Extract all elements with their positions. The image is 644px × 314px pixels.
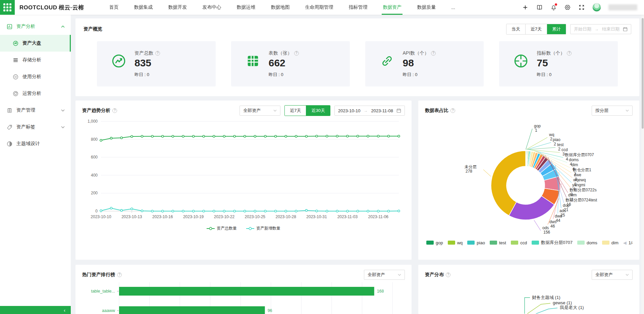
nav-item-4[interactable]: 数据运维	[229, 0, 263, 15]
trend-asset-select[interactable]: 全部资产	[239, 106, 280, 116]
svg-text:2023-10-19: 2023-10-19	[183, 214, 204, 219]
svg-text:2023-10-16: 2023-10-16	[152, 214, 173, 219]
trend-legend-item-0[interactable]: 资产总数量	[207, 226, 237, 231]
donut-legend-item-2[interactable]: piao	[467, 240, 485, 245]
sidebar-item-label: 运营分析	[22, 90, 41, 97]
scrollbar-thumb[interactable]	[642, 18, 644, 129]
donut-help-icon[interactable]: ?	[450, 108, 455, 113]
donut-legend-item-4[interactable]: ccd	[511, 240, 527, 245]
donut-legend-item-3[interactable]: test	[490, 240, 506, 245]
trend-legend-item-1[interactable]: 资产新增数量	[246, 226, 280, 231]
sidebar-group-1[interactable]: 资产管理	[0, 102, 71, 119]
ranking-asset-select[interactable]: 全部资产	[364, 270, 405, 280]
app-grid-icon	[3, 3, 11, 11]
trend-range-tab-1[interactable]: 近30天	[306, 106, 330, 116]
legend-prev-icon[interactable]: ◀	[623, 240, 627, 245]
stat-label: 指标数（个）?	[537, 50, 572, 56]
trend-range-tab-0[interactable]: 近7天	[285, 106, 306, 116]
svg-text:1: 1	[535, 128, 537, 133]
trend-end-date[interactable]: 2023-11-08	[371, 108, 393, 113]
plus-icon[interactable]: +	[522, 4, 529, 11]
svg-text:数据分层0722s: 数据分层0722s	[570, 188, 597, 192]
stat-value: 662	[269, 58, 299, 68]
ranking-help-icon[interactable]: ?	[117, 272, 122, 277]
donut-legend-item-7[interactable]: dim	[602, 240, 619, 245]
svg-text:dop: dop	[563, 203, 570, 208]
trend-date-range[interactable]: 2023-10-10 → 2023-11-08	[334, 106, 405, 116]
sidebar-item-label: 使用分析	[22, 74, 41, 80]
nav-item-2[interactable]: 数据开发	[160, 0, 195, 15]
notification-bell-icon[interactable]	[550, 4, 557, 11]
settings-gear-icon[interactable]	[564, 4, 571, 11]
brand-logo: ROOTCLOUD 根云·云榕	[19, 4, 84, 11]
layer-select[interactable]: 按分层	[592, 106, 633, 116]
fullscreen-icon[interactable]	[578, 4, 585, 11]
donut-legend-item-5[interactable]: 数据库分层0707	[532, 240, 573, 246]
svg-text:2023-10-10: 2023-10-10	[91, 214, 111, 219]
nav-item-3[interactable]: 发布中心	[195, 0, 229, 15]
user-name-redacted[interactable]	[608, 4, 637, 10]
stat-card-1: 表数（张）?662昨日 : 0	[231, 41, 350, 86]
app-launcher-button[interactable]	[0, 0, 15, 15]
svg-text:2023-10-25: 2023-10-25	[245, 214, 266, 219]
donut-legend-item-6[interactable]: doms	[577, 240, 597, 245]
svg-text:600: 600	[91, 155, 98, 160]
stat-help-icon[interactable]: ?	[431, 51, 436, 56]
stat-help-icon[interactable]: ?	[567, 51, 572, 56]
sidebar-collapse-button[interactable]: ‹	[0, 306, 71, 314]
sidebar-group-2[interactable]: 资产标签	[0, 119, 71, 135]
sidebar-group-label: 主题域设计	[16, 141, 40, 147]
trend-help-icon[interactable]: ?	[112, 108, 117, 113]
nav-item-1[interactable]: 数据集成	[126, 0, 160, 15]
sidebar-item-0-2[interactable]: 使用分析	[0, 68, 71, 85]
donut-legend-item-1[interactable]: wq	[448, 240, 463, 245]
docs-book-icon[interactable]	[536, 4, 543, 11]
overview-range-tab-1[interactable]: 近7天	[525, 24, 547, 34]
asset-overview-card: 资产概览 当天近7天累计 开始日期 → 结束日期 资产总数?835昨日 : 0表…	[75, 18, 639, 96]
stat-label: 表数（张）?	[269, 50, 299, 56]
sidebar-item-0-3[interactable]: 运营分析	[0, 85, 71, 102]
svg-text:wqewq: wqewq	[573, 178, 586, 182]
distribution-asset-select[interactable]: 全部资产	[592, 270, 633, 280]
stat-help-icon[interactable]: ?	[155, 51, 160, 56]
sidebar-group-label: 资产标签	[16, 124, 35, 130]
overview-range-tab-0[interactable]: 当天	[506, 24, 525, 34]
date-arrow: →	[595, 27, 599, 32]
nav-item-0[interactable]: 首页	[101, 0, 126, 15]
nav-item-9[interactable]: 数据质量	[409, 0, 443, 15]
sidebar-group-3[interactable]: 主题域设计	[0, 135, 71, 152]
svg-text:dim: dim	[572, 163, 578, 167]
svg-text:wq: wq	[549, 132, 554, 137]
trend-start-date[interactable]: 2023-10-10	[338, 108, 361, 113]
chevron-up-icon	[61, 25, 65, 28]
distribution-tree-chart: 财务主题域 (1)gewse (1)我是老大 (1)	[425, 280, 633, 314]
user-avatar[interactable]	[592, 3, 601, 12]
total-assets-icon	[112, 54, 126, 68]
overview-range-tab-2[interactable]: 累计	[547, 24, 566, 34]
nav-item-10[interactable]: ...	[443, 0, 463, 15]
distribution-help-icon[interactable]: ?	[446, 272, 450, 277]
svg-text:2: 2	[550, 137, 552, 141]
svg-text:dwd: dwd	[555, 214, 562, 218]
donut-legend-item-0[interactable]: gop	[426, 240, 443, 245]
svg-text:数仓分层1: 数仓分层1	[573, 168, 591, 172]
overview-date-range[interactable]: 开始日期 → 结束日期	[570, 24, 631, 34]
nav-item-8[interactable]: 数据资产	[375, 0, 409, 15]
trend-title: 资产趋势分析	[82, 108, 110, 114]
sidebar-group-0[interactable]: 资产分析	[0, 18, 71, 35]
stat-label: 资产总数?	[135, 50, 160, 56]
svg-text:0: 0	[95, 209, 98, 213]
sidebar-item-0-1[interactable]: 存储分析	[0, 52, 71, 68]
sidebar-item-label: 存储分析	[22, 57, 41, 63]
end-date-placeholder[interactable]: 结束日期	[602, 26, 620, 32]
chevron-down-icon	[273, 110, 277, 112]
start-date-placeholder[interactable]: 开始日期	[574, 26, 591, 32]
usage-analysis-icon	[13, 74, 18, 80]
nav-item-7[interactable]: 指标管理	[341, 0, 375, 15]
stat-help-icon[interactable]: ?	[294, 51, 299, 56]
svg-text:200: 200	[91, 191, 98, 195]
sidebar-item-0-0[interactable]: 资产大盘	[0, 35, 71, 52]
nav-item-6[interactable]: 生命周期管理	[297, 0, 341, 15]
page-scrollbar[interactable]	[641, 15, 644, 314]
nav-item-5[interactable]: 数据地图	[263, 0, 297, 15]
